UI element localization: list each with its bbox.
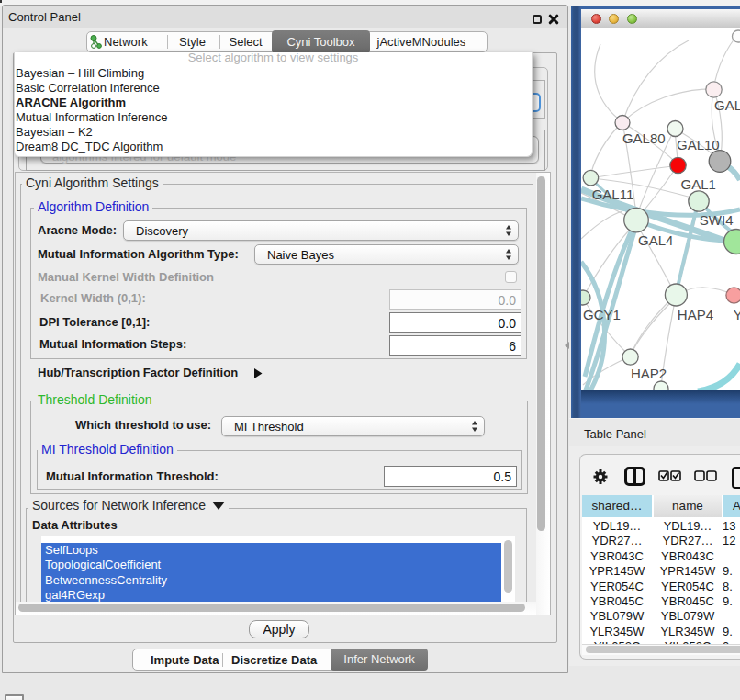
svg-text:HAP2: HAP2	[631, 366, 667, 381]
svg-text:GAL80: GAL80	[622, 130, 666, 146]
svg-text:GAL7: GAL7	[714, 97, 740, 113]
svg-text:GAL10: GAL10	[677, 137, 720, 152]
svg-text:SWI4: SWI4	[700, 212, 734, 228]
svg-text:HAP4: HAP4	[678, 307, 713, 322]
svg-text:YJ: YJ	[734, 307, 740, 322]
svg-text:GAL4: GAL4	[638, 232, 673, 248]
svg-text:GAL11: GAL11	[592, 186, 634, 202]
svg-text:GAL1: GAL1	[681, 176, 716, 192]
svg-text:GCY1: GCY1	[583, 307, 621, 322]
